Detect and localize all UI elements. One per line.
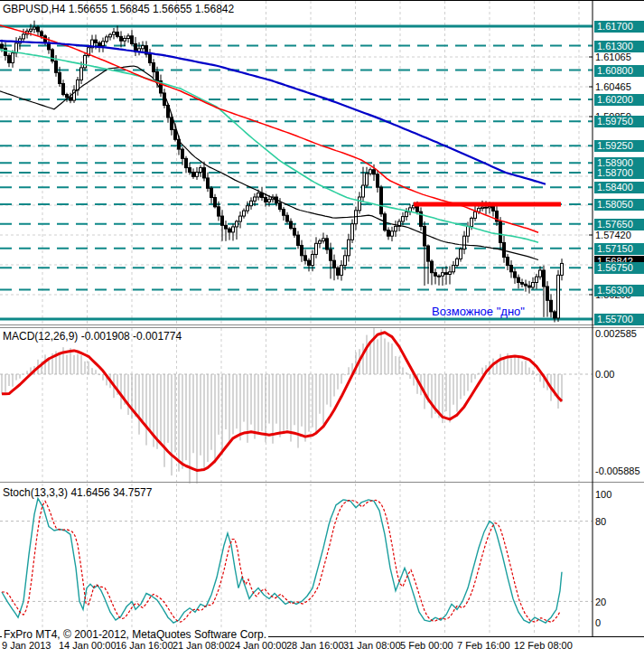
candle-body bbox=[330, 249, 332, 260]
candle-body bbox=[373, 170, 376, 174]
candle-body bbox=[109, 34, 112, 37]
stoch-panel-chart[interactable] bbox=[0, 484, 644, 637]
main-price-chart[interactable] bbox=[0, 1, 644, 328]
price-level-badge: 1.57150 bbox=[594, 243, 644, 255]
candle-body bbox=[261, 193, 264, 198]
price-level-badge: 1.60200 bbox=[594, 94, 644, 106]
candle-body bbox=[254, 197, 257, 201]
candle-body bbox=[243, 211, 246, 216]
candle-body bbox=[95, 40, 98, 42]
candle-body bbox=[351, 224, 354, 240]
candle-body bbox=[174, 129, 177, 139]
candle-body bbox=[257, 193, 260, 197]
candle-body bbox=[229, 229, 231, 232]
stoch-indicator-label: Stoch(13,3,3) 41.6456 34.7577 bbox=[3, 486, 152, 499]
candle-body bbox=[380, 187, 383, 214]
time-axis-label: 14 Jan 00:00 bbox=[59, 640, 117, 651]
candle-body bbox=[37, 27, 40, 32]
price-level-badge: 1.55700 bbox=[594, 314, 644, 325]
macd-signal-line bbox=[2, 333, 562, 471]
candle-body bbox=[225, 225, 228, 229]
candle-body bbox=[113, 32, 116, 34]
candle-body bbox=[283, 210, 285, 216]
candle-body bbox=[268, 200, 271, 202]
candle-body bbox=[366, 174, 369, 185]
candle-body bbox=[70, 98, 72, 100]
price-level-badge: 1.58400 bbox=[594, 182, 644, 193]
candle-body bbox=[131, 36, 134, 44]
candle-body bbox=[171, 118, 173, 130]
candle-body bbox=[84, 55, 87, 68]
candle-body bbox=[362, 185, 365, 197]
macd-panel-chart[interactable] bbox=[0, 328, 644, 484]
candle-body bbox=[30, 29, 33, 31]
candle-body bbox=[507, 258, 509, 266]
candle-body bbox=[485, 207, 488, 208]
candle-body bbox=[333, 260, 336, 268]
candle-body bbox=[196, 172, 199, 176]
candle-body bbox=[471, 218, 473, 226]
candle-body bbox=[449, 272, 452, 275]
chart-symbol-title: GBPUSD,H4 1.56655 1.56845 1.56655 1.5684… bbox=[3, 3, 234, 15]
candle-body bbox=[290, 221, 293, 229]
candle-body bbox=[467, 226, 470, 236]
candle-body bbox=[359, 197, 361, 211]
candle-body bbox=[5, 48, 7, 55]
candle-body bbox=[189, 168, 191, 173]
candle-body bbox=[106, 37, 108, 42]
candle-body bbox=[348, 240, 350, 256]
candle-body bbox=[62, 83, 65, 94]
candle-body bbox=[142, 46, 145, 49]
candle-body bbox=[456, 258, 459, 265]
candle-body bbox=[402, 217, 405, 221]
candle-body bbox=[543, 270, 546, 287]
candle-body bbox=[431, 261, 434, 273]
candle-body bbox=[377, 174, 379, 187]
candle-body bbox=[391, 231, 394, 236]
candle-body bbox=[406, 212, 408, 217]
candle-body bbox=[127, 36, 130, 39]
candle-body bbox=[250, 201, 253, 205]
candle-body bbox=[41, 32, 43, 36]
candle-body bbox=[265, 198, 267, 202]
candle-body bbox=[51, 50, 54, 61]
candle-body bbox=[460, 249, 462, 259]
time-axis-label: 28 Jan 16:00 bbox=[286, 640, 344, 651]
candle-body bbox=[528, 286, 531, 287]
price-axis-label: 1.57420 bbox=[595, 230, 631, 240]
candle-body bbox=[23, 34, 25, 39]
price-level-badge: 1.58050 bbox=[594, 199, 644, 211]
candle-body bbox=[239, 216, 242, 221]
candle-body bbox=[445, 273, 448, 275]
candle-body bbox=[463, 236, 466, 249]
macd-scale-label: 0.00 bbox=[595, 369, 614, 380]
candle-body bbox=[286, 215, 289, 221]
price-level-badge: 1.60800 bbox=[594, 65, 644, 77]
price-level-badge: 1.57650 bbox=[594, 219, 644, 230]
candle-body bbox=[80, 68, 83, 80]
stoch-scale-label: 0 bbox=[595, 617, 601, 628]
candle-body bbox=[514, 272, 517, 277]
candle-body bbox=[59, 72, 61, 83]
candle-body bbox=[98, 42, 101, 45]
candle-body bbox=[117, 32, 119, 36]
candle-body bbox=[12, 53, 14, 63]
price-level-badge: 1.59250 bbox=[594, 140, 644, 152]
candle-body bbox=[297, 235, 300, 245]
candle-body bbox=[200, 168, 202, 173]
candle-body bbox=[124, 39, 126, 42]
candle-body bbox=[510, 266, 513, 272]
price-level-badge: 1.56300 bbox=[594, 285, 644, 296]
candle-body bbox=[387, 230, 390, 236]
copyright-label: FxPro MT4, © 2001-2012, MetaQuotes Softw… bbox=[2, 628, 268, 641]
price-level-badge: 1.59750 bbox=[594, 116, 644, 127]
candle-body bbox=[337, 268, 340, 275]
candle-body bbox=[304, 256, 307, 260]
macd-scale-label: -0.005885 bbox=[595, 465, 640, 476]
candle-body bbox=[474, 212, 477, 218]
time-axis-label: 21 Jan 08:00 bbox=[173, 640, 230, 651]
candle-body bbox=[546, 287, 549, 300]
candle-body bbox=[326, 239, 329, 249]
macd-indicator-label: MACD(12,26,9) -0.001908 -0.001774 bbox=[3, 330, 182, 343]
candle-body bbox=[521, 283, 524, 285]
